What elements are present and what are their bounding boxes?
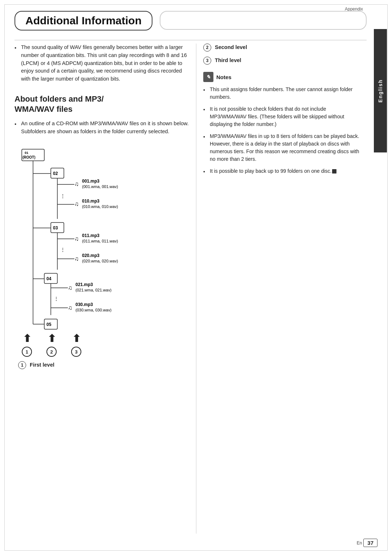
section-text: An outline of a CD-ROM with MP3/WMA/WAV …	[21, 120, 192, 136]
title-section: Additional Information	[15, 11, 367, 30]
second-level-label: Second level	[215, 44, 247, 50]
svg-text:♫: ♫	[68, 285, 72, 291]
svg-text:(010.wma, 010.wav): (010.wma, 010.wav)	[82, 204, 118, 209]
notes-section: ✎ Notes • This unit assigns folder numbe…	[203, 72, 363, 176]
level-circle-2: 2	[46, 347, 57, 357]
svg-text:♫: ♫	[74, 236, 79, 242]
note-item-1: • This unit assigns folder numbers. The …	[203, 86, 363, 101]
svg-text:(ROOT): (ROOT)	[23, 155, 36, 159]
notes-header: ✎ Notes	[203, 72, 363, 82]
svg-text:(001.wma, 001.wav): (001.wma, 001.wav)	[82, 184, 118, 189]
svg-text:011.mp3: 011.mp3	[82, 233, 99, 238]
vertical-divider	[196, 44, 196, 534]
second-level-item: 2 Second level	[203, 44, 363, 52]
left-column: • The sound quality of WAV files general…	[15, 44, 192, 369]
svg-text:(021.wma, 021.wav): (021.wma, 021.wav)	[75, 288, 111, 292]
svg-text:001.mp3: 001.mp3	[82, 179, 99, 184]
svg-text:01: 01	[25, 151, 28, 155]
folder-diagram: 01 (ROOT) 02 ♫ 001.mp3 (001.wma, 001.wav…	[15, 143, 192, 343]
en-label: En	[357, 540, 362, 546]
svg-text:(020.wma, 020.wav): (020.wma, 020.wav)	[82, 259, 118, 263]
note-item-3: • MP3/WMA/WAV files in up to 8 tiers of …	[203, 132, 363, 163]
first-level-text: First level	[30, 362, 54, 368]
title-line	[15, 40, 367, 40]
svg-text:(030.wma, 030.wav): (030.wma, 030.wav)	[75, 308, 111, 312]
page-title: Additional Information	[25, 15, 142, 27]
third-level-label: Third level	[215, 57, 241, 63]
third-level-item: 3 Third level	[203, 57, 363, 65]
notes-icon: ✎	[203, 72, 213, 82]
bullet-dot: •	[15, 44, 18, 83]
english-sidebar: English	[374, 29, 387, 152]
first-level-label: 1 First level	[18, 361, 192, 369]
note-item-2: • It is not possible to check folders th…	[203, 105, 363, 128]
note-text-3: MP3/WMA/WAV files in up to 8 tiers of fo…	[210, 132, 363, 163]
svg-text:(011.wma, 011.wav): (011.wma, 011.wav)	[82, 239, 118, 243]
english-label: English	[377, 79, 383, 103]
section-bullet-item: • An outline of a CD-ROM with MP3/WMA/WA…	[15, 120, 192, 136]
svg-text:04: 04	[46, 276, 52, 281]
level-circle-1: 1	[22, 347, 32, 357]
diagram-svg: 01 (ROOT) 02 ♫ 001.mp3 (001.wma, 001.wav…	[18, 146, 185, 342]
svg-text:010.mp3: 010.mp3	[82, 199, 99, 204]
svg-text:♫: ♫	[74, 181, 79, 187]
svg-text:♫: ♫	[68, 305, 72, 311]
third-level-circle: 3	[203, 57, 211, 65]
notes-title-text: Notes	[216, 74, 232, 80]
stop-symbol	[332, 169, 336, 174]
svg-text:⋮: ⋮	[60, 193, 65, 199]
note-item-4: • It is possible to play back up to 99 f…	[203, 167, 363, 176]
note-text-2: It is not possible to check folders that…	[210, 105, 363, 128]
note-text-1: This unit assigns folder numbers. The us…	[210, 86, 363, 101]
svg-text:⋮: ⋮	[54, 296, 59, 302]
notes-list: • This unit assigns folder numbers. The …	[203, 86, 363, 176]
right-column: 2 Second level 3 Third level ✎ Notes • T…	[203, 44, 363, 180]
svg-text:021.mp3: 021.mp3	[75, 282, 93, 287]
svg-text:♫: ♫	[74, 256, 79, 262]
intro-bullet-item: • The sound quality of WAV files general…	[15, 44, 192, 83]
svg-text:♫: ♫	[74, 201, 79, 207]
intro-text: The sound quality of WAV files generally…	[21, 44, 192, 83]
svg-text:05: 05	[46, 322, 52, 327]
page-number: 37	[363, 539, 377, 547]
second-level-circle: 2	[203, 44, 211, 52]
intro-block: • The sound quality of WAV files general…	[15, 44, 192, 83]
svg-text:⋮: ⋮	[60, 247, 65, 253]
svg-text:030.mp3: 030.mp3	[75, 302, 93, 307]
svg-text:03: 03	[53, 225, 58, 230]
section-heading: About folders and MP3/ WMA/WAV files	[15, 94, 192, 115]
page-number-section: En 37	[357, 539, 377, 547]
level-circle-3: 3	[71, 347, 81, 357]
svg-text:020.mp3: 020.mp3	[82, 253, 99, 258]
title-right-box	[160, 11, 367, 30]
title-box: Additional Information	[15, 11, 152, 30]
svg-text:02: 02	[53, 171, 58, 176]
note-text-4: It is possible to play back up to 99 fol…	[210, 167, 336, 176]
bullet-dot-2: •	[15, 121, 18, 136]
